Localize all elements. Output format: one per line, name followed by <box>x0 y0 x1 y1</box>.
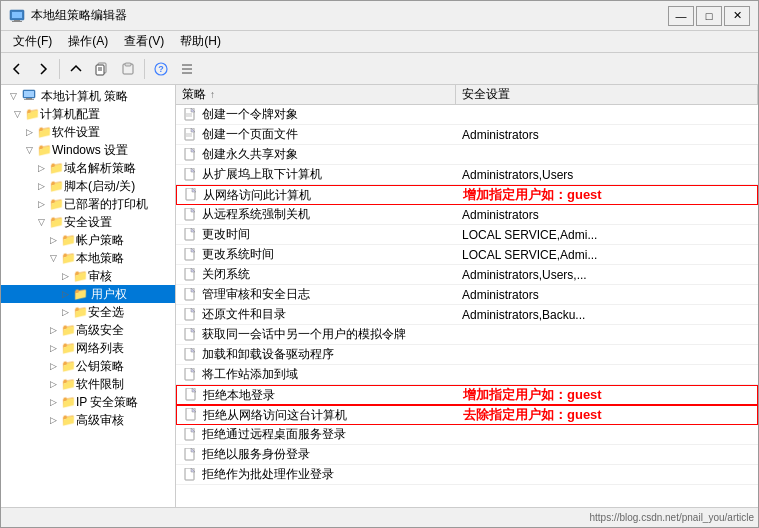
sidebar-label-scripts: 脚本(启动/关) <box>64 178 135 195</box>
header-policy-label: 策略 <box>182 86 206 103</box>
table-row[interactable]: 拒绝作为批处理作业登录 <box>176 465 758 485</box>
expand-icon-local[interactable]: ▽ <box>45 250 61 266</box>
toolbar-sep-1 <box>59 59 60 79</box>
expand-icon-dns[interactable]: ▷ <box>33 160 49 176</box>
minimize-button[interactable]: — <box>668 6 694 26</box>
setting-cell: 增加指定用户如：guest <box>457 386 757 404</box>
table-row[interactable]: 创建永久共享对象 <box>176 145 758 165</box>
copy-button[interactable] <box>90 57 114 81</box>
folder-icon-ipsec: 📁 <box>61 395 76 409</box>
table-row[interactable]: 更改时间 LOCAL SERVICE,Admi... <box>176 225 758 245</box>
sidebar-item-pubkey[interactable]: ▷ 📁 公钥策略 <box>1 357 175 375</box>
sidebar-item-ipsec[interactable]: ▷ 📁 IP 安全策略 <box>1 393 175 411</box>
menu-action[interactable]: 操作(A) <box>60 31 116 52</box>
table-row[interactable]: 拒绝从网络访问这台计算机 去除指定用户如：guest <box>176 405 758 425</box>
menu-help[interactable]: 帮助(H) <box>172 31 229 52</box>
sidebar-item-user-rights[interactable]: ▷ 📁 用户权 <box>1 285 175 303</box>
sidebar-item-scripts[interactable]: ▷ 📁 脚本(启动/关) <box>1 177 175 195</box>
back-button[interactable] <box>5 57 29 81</box>
expand-icon-user-rights[interactable]: ▷ <box>57 286 73 302</box>
setting-cell <box>456 345 758 364</box>
table-row[interactable]: 拒绝以服务身份登录 <box>176 445 758 465</box>
expand-icon-windows[interactable]: ▽ <box>21 142 37 158</box>
maximize-button[interactable]: □ <box>696 6 722 26</box>
annotation-label-row15: 去除指定用户如：guest <box>463 406 602 424</box>
close-button[interactable]: ✕ <box>724 6 750 26</box>
sidebar-label-dns: 域名解析策略 <box>64 160 136 177</box>
expand-icon-security[interactable]: ▽ <box>33 214 49 230</box>
expand-icon-advanced-sec[interactable]: ▷ <box>45 322 61 338</box>
expand-icon-audit[interactable]: ▷ <box>57 268 73 284</box>
menu-view[interactable]: 查看(V) <box>116 31 172 52</box>
table-row[interactable]: 创建一个令牌对象 <box>176 105 758 125</box>
folder-icon-sw-restrict: 📁 <box>61 377 76 391</box>
doc-icon <box>182 107 198 123</box>
paste-button[interactable] <box>116 57 140 81</box>
sidebar-item-security-opt[interactable]: ▷ 📁 安全选 <box>1 303 175 321</box>
expand-icon-account[interactable]: ▷ <box>45 232 61 248</box>
menu-file[interactable]: 文件(F) <box>5 31 60 52</box>
table-row[interactable]: 关闭系统 Administrators,Users,... <box>176 265 758 285</box>
table-row[interactable]: 获取同一会话中另一个用户的模拟令牌 <box>176 325 758 345</box>
table-row[interactable]: 更改系统时间 LOCAL SERVICE,Admi... <box>176 245 758 265</box>
forward-button[interactable] <box>31 57 55 81</box>
sidebar-label-pubkey: 公钥策略 <box>76 358 124 375</box>
policy-cell: 获取同一会话中另一个用户的模拟令牌 <box>176 325 456 344</box>
expand-icon-root[interactable]: ▽ <box>5 88 21 104</box>
table-row[interactable]: 拒绝本地登录 增加指定用户如：guest <box>176 385 758 405</box>
app-icon <box>9 8 25 24</box>
title-bar: 本地组策略编辑器 — □ ✕ <box>1 1 758 31</box>
table-row[interactable]: 从扩展坞上取下计算机 Administrators,Users <box>176 165 758 185</box>
sidebar-item-deployed[interactable]: ▷ 📁 已部署的打印机 <box>1 195 175 213</box>
policy-cell: 拒绝以服务身份登录 <box>176 445 456 464</box>
table-row[interactable]: 从网络访问此计算机 增加指定用户如：guest <box>176 185 758 205</box>
setting-cell: Administrators <box>456 285 758 304</box>
sidebar-item-advanced-sec[interactable]: ▷ 📁 高级安全 <box>1 321 175 339</box>
sidebar-item-root[interactable]: ▽ 本地计算机 策略 <box>1 87 175 105</box>
sidebar-item-windows[interactable]: ▽ 📁 Windows 设置 <box>1 141 175 159</box>
help-button[interactable]: ? <box>149 57 173 81</box>
sidebar-item-advanced-audit[interactable]: ▷ 📁 高级审核 <box>1 411 175 429</box>
table-row[interactable]: 将工作站添加到域 <box>176 365 758 385</box>
table-row[interactable]: 拒绝通过远程桌面服务登录 <box>176 425 758 445</box>
list-button[interactable] <box>175 57 199 81</box>
expand-icon-pubkey[interactable]: ▷ <box>45 358 61 374</box>
folder-icon-deployed: 📁 <box>49 197 64 211</box>
expand-icon-security-opt[interactable]: ▷ <box>57 304 73 320</box>
sidebar-item-computer-config[interactable]: ▽ 📁 计算机配置 <box>1 105 175 123</box>
expand-icon-sw-restrict[interactable]: ▷ <box>45 376 61 392</box>
sidebar-item-security[interactable]: ▽ 📁 安全设置 <box>1 213 175 231</box>
sidebar-label-local: 本地策略 <box>76 250 124 267</box>
svg-rect-9 <box>125 63 131 66</box>
sidebar-item-software[interactable]: ▷ 📁 软件设置 <box>1 123 175 141</box>
content-wrapper: ▽ 本地计算机 策略 ▽ 📁 计算机配置 <box>1 85 758 507</box>
up-button[interactable] <box>64 57 88 81</box>
policy-cell: 创建永久共享对象 <box>176 145 456 164</box>
sidebar-item-account[interactable]: ▷ 📁 帐户策略 <box>1 231 175 249</box>
expand-icon-ipsec[interactable]: ▷ <box>45 394 61 410</box>
header-setting[interactable]: 安全设置 <box>456 85 758 104</box>
expand-icon-software[interactable]: ▷ <box>21 124 37 140</box>
sidebar-item-audit[interactable]: ▷ 📁 审核 <box>1 267 175 285</box>
sidebar-item-local-policy[interactable]: ▽ 📁 本地策略 <box>1 249 175 267</box>
table-row[interactable]: 管理审核和安全日志 Administrators <box>176 285 758 305</box>
svg-rect-1 <box>12 12 22 18</box>
table-row[interactable]: 创建一个页面文件 Administrators <box>176 125 758 145</box>
table-row[interactable]: 加载和卸载设备驱动程序 <box>176 345 758 365</box>
header-policy[interactable]: 策略 ↑ <box>176 85 456 104</box>
table-row[interactable]: 还原文件和目录 Administrators,Backu... <box>176 305 758 325</box>
expand-icon-scripts[interactable]: ▷ <box>33 178 49 194</box>
expand-icon-deployed[interactable]: ▷ <box>33 196 49 212</box>
table-row[interactable]: 从远程系统强制关机 Administrators <box>176 205 758 225</box>
sidebar-item-dns[interactable]: ▷ 📁 域名解析策略 <box>1 159 175 177</box>
sidebar-item-sw-restrict[interactable]: ▷ 📁 软件限制 <box>1 375 175 393</box>
policy-name: 获取同一会话中另一个用户的模拟令牌 <box>202 326 406 343</box>
expand-icon-network-list[interactable]: ▷ <box>45 340 61 356</box>
setting-cell <box>456 325 758 344</box>
policy-cell: 拒绝从网络访问这台计算机 <box>177 406 457 424</box>
sidebar-item-network-list[interactable]: ▷ 📁 网络列表 <box>1 339 175 357</box>
expand-icon-computer[interactable]: ▽ <box>9 106 25 122</box>
expand-icon-advanced-audit[interactable]: ▷ <box>45 412 61 428</box>
folder-icon-scripts: 📁 <box>49 179 64 193</box>
doc-icon <box>182 447 198 463</box>
